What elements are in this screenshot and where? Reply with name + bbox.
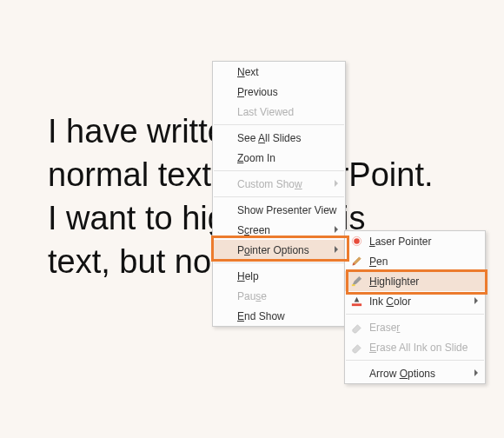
submenu-item-ink-color[interactable]: Ink Color [345,291,485,311]
submenu-item-laser-pointer[interactable]: Laser Pointer [345,231,485,251]
slideshow-context-menu: Next Previous Last Viewed See All Slides… [212,61,346,327]
menu-item-pointer-options[interactable]: Pointer Options [213,240,345,260]
submenu-arrow-icon [335,180,338,187]
svg-rect-2 [352,284,355,286]
menu-separator [214,262,344,263]
menu-separator [214,124,344,125]
svg-point-0 [354,238,360,244]
menu-item-custom-show: Custom Show [213,174,345,194]
submenu-arrow-icon [335,246,338,253]
menu-item-last-viewed: Last Viewed [213,102,345,122]
menu-item-pause: Pause [213,286,345,306]
menu-item-show-presenter-view[interactable]: Show Presenter View [213,200,345,220]
eraser-icon [350,321,363,334]
menu-separator [214,170,344,171]
erase-all-icon [350,341,363,354]
pen-icon [350,255,363,268]
ink-color-icon [350,295,363,308]
menu-item-next[interactable]: Next [213,62,345,82]
submenu-item-eraser: Eraser [345,317,485,337]
menu-separator [214,196,344,197]
pointer-options-submenu: Laser Pointer Pen Highlighter Ink Color … [344,230,486,384]
submenu-item-highlighter[interactable]: Highlighter [345,271,485,291]
highlighter-icon [350,275,363,288]
menu-item-see-all-slides[interactable]: See All Slides [213,128,345,148]
submenu-arrow-icon [335,226,338,233]
submenu-item-pen[interactable]: Pen [345,251,485,271]
submenu-item-erase-all-ink: Erase All Ink on Slide [345,337,485,357]
submenu-arrow-icon [474,297,478,304]
menu-item-screen[interactable]: Screen [213,220,345,240]
menu-item-end-show[interactable]: End Show [213,306,345,326]
menu-item-zoom-in[interactable]: Zoom In [213,148,345,168]
svg-rect-3 [352,303,361,306]
menu-separator [346,314,484,315]
menu-item-help[interactable]: Help [213,266,345,286]
menu-separator [346,360,484,361]
laser-pointer-icon [350,235,363,248]
menu-item-previous[interactable]: Previous [213,82,345,102]
submenu-arrow-icon [474,369,478,376]
submenu-item-arrow-options[interactable]: Arrow Options [345,363,485,383]
